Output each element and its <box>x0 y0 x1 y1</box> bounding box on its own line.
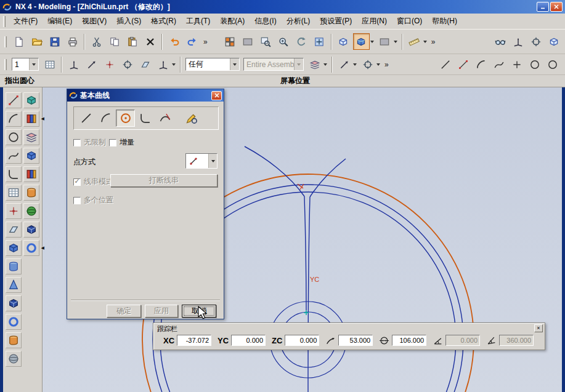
solid-block-button[interactable] <box>23 148 39 164</box>
line-tool-button[interactable] <box>6 92 22 108</box>
tracking-bar-close-button[interactable]: × <box>534 324 543 332</box>
string-mode-checkbox-box[interactable] <box>73 178 81 186</box>
edit-curve-parameters-curve-button[interactable] <box>182 110 201 127</box>
point-method-combo[interactable] <box>185 153 217 169</box>
toolbar-overflow-chevron[interactable]: » <box>384 60 389 69</box>
menu-information[interactable]: 信息(I) <box>250 14 281 28</box>
measure-button[interactable] <box>406 33 423 50</box>
multiple-positions-checkbox-box[interactable] <box>73 197 81 204</box>
yc-field[interactable]: 0.000 <box>231 335 266 346</box>
move-object-button[interactable] <box>359 56 376 73</box>
class-selection-dropdown-arrow[interactable] <box>323 63 327 66</box>
sphere-feature-button[interactable] <box>23 203 39 219</box>
flyout-arrow[interactable]: ◀ <box>41 246 44 250</box>
toolbar-grip-2[interactable] <box>4 59 7 70</box>
radius-field[interactable]: 53.000 <box>338 335 373 346</box>
zoom-in-out-button[interactable] <box>275 33 292 50</box>
class-selection-button[interactable] <box>306 56 323 73</box>
layer-stack-button[interactable] <box>23 129 39 145</box>
delete-button[interactable] <box>142 33 158 50</box>
menu-view[interactable]: 视图(V) <box>77 14 112 28</box>
datum-plane-tool-button[interactable] <box>6 222 22 238</box>
part-catalog-button[interactable] <box>23 166 39 182</box>
flyout-arrow[interactable]: ◀ <box>41 116 44 121</box>
menu-tools[interactable]: 工具(T) <box>181 14 215 28</box>
selection-filter-combo[interactable]: 任何 <box>185 58 240 71</box>
involute-curve-left[interactable] <box>245 146 304 196</box>
spline-tool-button[interactable] <box>6 148 22 164</box>
circle-curve-button[interactable] <box>116 110 135 127</box>
basic-circle-button[interactable] <box>526 56 543 73</box>
display-options-dropdown-arrow[interactable] <box>394 41 397 43</box>
transform-dropdown-arrow[interactable] <box>353 63 357 66</box>
tube-tool-button[interactable] <box>6 314 22 330</box>
zc-field[interactable]: 0.000 <box>285 335 319 346</box>
measure-dropdown-arrow[interactable] <box>423 41 427 43</box>
center-line[interactable] <box>308 197 310 392</box>
feature-cube-button[interactable] <box>23 92 39 108</box>
studio-spline-button[interactable] <box>490 56 507 73</box>
wcs-origin-dropdown-arrow[interactable] <box>172 63 176 66</box>
menu-preferences[interactable]: 预设置(P) <box>315 14 357 28</box>
menu-grip[interactable] <box>3 16 6 27</box>
arc-tool-button[interactable] <box>6 111 22 127</box>
string-mode-checkbox[interactable]: 线串模式 <box>73 177 113 187</box>
display-options-button[interactable] <box>376 33 393 50</box>
hide-geometry-button[interactable] <box>240 33 256 50</box>
menu-analysis[interactable]: 分析(L) <box>282 14 315 28</box>
snap-target-button[interactable] <box>119 56 136 73</box>
visual-preferences-button[interactable] <box>492 33 508 50</box>
basic-arc-button[interactable] <box>473 56 489 73</box>
undo-button[interactable] <box>166 33 182 50</box>
unbounded-checkbox-box[interactable] <box>73 139 81 146</box>
fillet-tool-button[interactable] <box>6 166 22 182</box>
unbounded-checkbox[interactable]: 无限制 <box>73 137 106 148</box>
minimize-button[interactable] <box>537 2 549 12</box>
selection-filter-arrow[interactable] <box>230 58 239 70</box>
tooth-line-left[interactable] <box>304 196 306 310</box>
diameter-field[interactable]: 106.000 <box>392 335 426 346</box>
tracking-bar[interactable]: 跟踪栏 × XC-37.072YC0.000ZC0.00053.000106.0… <box>153 322 545 350</box>
increment-checkbox[interactable]: 增量 <box>109 137 134 148</box>
redo-button[interactable] <box>184 33 200 50</box>
close-button[interactable] <box>550 2 563 12</box>
revolve-tool-button[interactable] <box>6 258 22 274</box>
save-button[interactable] <box>46 33 63 50</box>
menu-file[interactable]: 文件(F) <box>9 14 43 28</box>
boss-tool-button[interactable] <box>6 332 22 348</box>
toolbar-overflow-chevron[interactable]: » <box>431 38 436 46</box>
circle-tool-button[interactable] <box>6 129 22 145</box>
line-two-points-button[interactable] <box>455 56 471 73</box>
multiple-positions-checkbox[interactable]: 多个位置 <box>73 195 113 206</box>
wcs-dynamics-button[interactable] <box>65 56 82 73</box>
dialog-title-bar[interactable]: 基本曲线 <box>67 89 224 102</box>
move-object-dropdown-arrow[interactable] <box>376 63 380 66</box>
menu-edit[interactable]: 编辑(E) <box>43 14 77 28</box>
xc-field[interactable]: -37.072 <box>177 335 211 346</box>
menu-assemblies[interactable]: 装配(A) <box>215 14 250 28</box>
cancel-button[interactable]: 取消 <box>182 305 216 318</box>
cone-tool-button[interactable] <box>6 277 22 293</box>
shaded-display-button[interactable] <box>353 33 370 50</box>
wireframe-display-button[interactable] <box>335 33 352 50</box>
paste-button[interactable] <box>124 33 140 50</box>
fit-view-button[interactable] <box>311 33 328 50</box>
point-method-combo-arrow[interactable] <box>208 154 217 168</box>
full-circle-button[interactable] <box>544 56 561 73</box>
increment-checkbox-box[interactable] <box>109 139 116 146</box>
sphere-tool-button[interactable] <box>6 351 22 367</box>
new-file-button[interactable] <box>10 33 27 50</box>
layer-combo-arrow[interactable] <box>29 58 38 70</box>
sketch-tool-button[interactable] <box>6 185 22 201</box>
orient-csys-button[interactable] <box>510 33 526 50</box>
trim-curve-button[interactable] <box>155 110 174 127</box>
menu-window[interactable]: 窗口(O) <box>392 14 427 28</box>
basic-line-button[interactable] <box>437 56 453 73</box>
block-tool-button[interactable] <box>6 295 22 311</box>
shaded-display-dropdown-arrow[interactable] <box>370 41 374 43</box>
extrude-tool-button[interactable] <box>6 240 22 256</box>
toolbar-grip[interactable] <box>4 36 7 47</box>
menu-format[interactable]: 格式(R) <box>146 14 181 28</box>
arc-curve-button[interactable] <box>96 110 115 127</box>
point-constructor-button[interactable] <box>101 56 118 73</box>
